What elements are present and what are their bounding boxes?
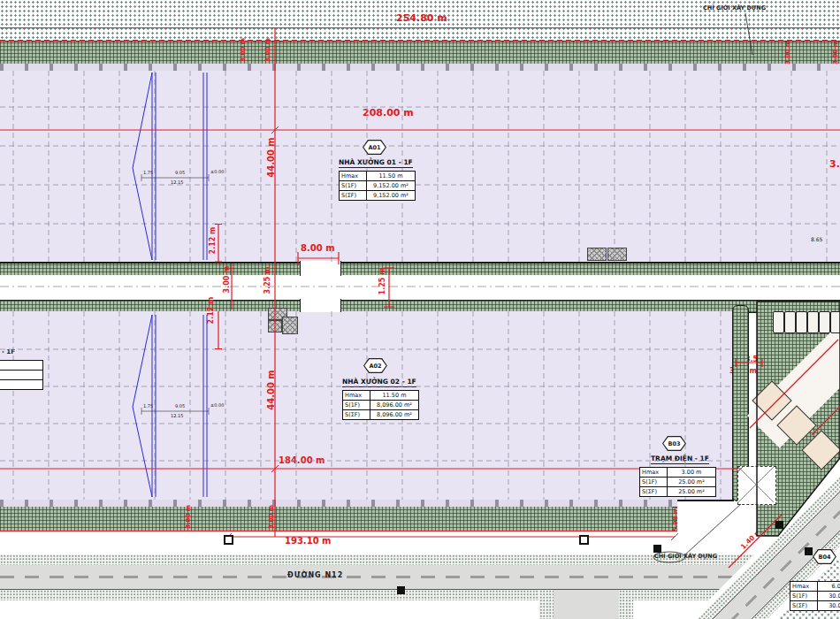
note-9-05: 9.05 — [175, 404, 185, 409]
row-value: 11.50 m — [370, 391, 418, 400]
dim-3-25: 3.25 m — [264, 267, 271, 294]
table-row: S(1F)30.00 m² — [790, 591, 840, 600]
survey-marker — [653, 545, 661, 553]
row-label: S(1F) — [340, 181, 367, 190]
badge-a01: A01 — [363, 140, 386, 155]
table-row: S(1F)9,152.00 m² — [340, 180, 415, 190]
level-8-65: 8.65 — [811, 237, 822, 242]
parking-stall — [807, 311, 819, 333]
badge-b04: B04 — [813, 549, 836, 564]
building-left-partial-table — [0, 360, 43, 390]
badge-b03: B03 — [662, 436, 686, 451]
row-label: Hmax — [340, 172, 367, 180]
survey-marker — [397, 586, 405, 594]
dim-44-00-lower: 44.00 m — [267, 370, 276, 410]
row-value: 11.50 m — [367, 172, 415, 180]
dim-44-00-upper: 44.00 m — [267, 137, 276, 178]
row-value: 9,152.00 m² — [367, 181, 415, 190]
dim-208-00: 208.00 m — [363, 108, 414, 118]
row-value: 3.00 m — [668, 468, 715, 477]
parking-stall — [773, 311, 784, 333]
row-label: S(ΣF) — [340, 191, 367, 200]
dim-strip-bottom-left: 3.00 m — [186, 505, 192, 529]
table-row: S(ΣF)25.00 m² — [640, 486, 715, 496]
loading-dock-block — [587, 248, 607, 261]
dim-strip-top-left: 3.00 m — [241, 38, 247, 62]
building-b03-table: Hmax3.00 m S(1F)25.00 m² S(ΣF)25.00 m² — [639, 467, 716, 497]
survey-marker — [805, 547, 813, 555]
dim-3-00-road: 3.00 m — [224, 266, 231, 294]
side-road-sidewalk-left — [539, 590, 554, 619]
survey-marker-hollow — [224, 535, 233, 545]
table-row — [0, 370, 42, 379]
row-value: 9,152.00 m² — [367, 191, 415, 200]
building-a02-table: Hmax11.50 m S(1F)8,096.00 m² S(ΣF)8,096.… — [342, 390, 419, 420]
green-strip-bottom — [0, 507, 677, 532]
badge-a02: A02 — [363, 358, 387, 373]
row-value: 6.00 m — [818, 582, 840, 591]
table-row: Hmax6.00 m — [790, 582, 840, 591]
road-centerline — [0, 576, 840, 578]
row-label: Hmax — [790, 582, 818, 591]
dim-8-00: 8.00 m — [301, 244, 335, 253]
row-value: 25.00 m² — [668, 478, 715, 486]
row-value: 8,096.00 m² — [370, 410, 418, 419]
road-n12-label: ĐƯỜNG N12 — [287, 572, 343, 579]
b03-station-footprint — [737, 466, 776, 505]
road-crossing-gap-lower — [300, 299, 341, 312]
table-row — [0, 379, 42, 389]
dim-2-12-lower: 2.12 m — [208, 297, 215, 325]
building-a02-title: NHÀ XƯỞNG 02 - 1F — [342, 378, 416, 387]
dim-193-10: 193.10 m — [285, 537, 332, 546]
road-n12-surface — [0, 565, 840, 589]
verge-white-strip — [0, 531, 840, 555]
row-label: Hmax — [640, 468, 668, 477]
table-row: Hmax3.00 m — [640, 468, 715, 477]
red-dash-strip-edge — [0, 40, 840, 42]
row-value: 30.00 m² — [818, 592, 840, 600]
parking-stall — [819, 311, 830, 333]
table-row — [0, 361, 42, 370]
row-value: 30.00 m² — [818, 601, 840, 610]
dim-2-12-upper: 2.12 m — [210, 227, 217, 255]
table-row: S(ΣF)9,152.00 m² — [340, 190, 415, 200]
note-9-05: 9.05 — [175, 171, 185, 175]
table-row: S(1F)25.00 m² — [640, 477, 715, 486]
survey-marker-hollow — [579, 535, 589, 545]
dim-strip-right-1: 3.00 m — [785, 41, 791, 65]
survey-marker — [775, 521, 783, 529]
row-value: 25.00 m² — [668, 487, 715, 496]
table-row: Hmax11.50 m — [343, 391, 418, 400]
dim-strip-top-right: 3.00 m — [265, 38, 271, 62]
building-a01-table: Hmax11.50 m S(1F)9,152.00 m² S(ΣF)9,152.… — [339, 171, 416, 201]
row-label: S(ΣF) — [343, 410, 370, 419]
green-strip-top — [0, 41, 840, 65]
row-label: S(ΣF) — [790, 601, 818, 610]
dim-1-25: 1.25 m — [379, 268, 386, 295]
parking-stall — [784, 311, 796, 333]
row-label: S(1F) — [790, 592, 818, 600]
table-row: S(ΣF)8,096.00 m² — [343, 409, 418, 419]
table-row: S(ΣF)30.00 m² — [790, 600, 840, 610]
parking-stall — [796, 311, 807, 333]
boundary-callout-top: CHỈ GIỚI XÂY DỰNG — [703, 5, 766, 11]
building-a01-title: NHÀ XƯỞNG 01 - 1F — [339, 158, 413, 168]
road-crossing-gap-upper — [300, 261, 341, 276]
dim-strip-right-2: 3.00 m — [833, 41, 839, 65]
table-row: Hmax11.50 m — [340, 172, 415, 180]
note-1-75: 1.75 — [143, 171, 153, 175]
dim-5-98: 5.98 m — [673, 508, 679, 531]
side-road-surface — [554, 590, 619, 619]
internal-road — [0, 275, 840, 300]
row-label: S(1F) — [343, 401, 370, 409]
parking-stall — [830, 311, 840, 333]
row-label: S(ΣF) — [640, 487, 668, 496]
ramp-block — [282, 317, 298, 334]
ramp-block — [268, 320, 282, 332]
dim-184-00: 184.00 m — [279, 456, 325, 465]
row-label: S(1F) — [640, 478, 668, 486]
dim-strip-bottom-right: 3.00 m — [269, 505, 275, 529]
dim-right-clipped: 3. — [829, 159, 840, 169]
building-b03-title: TRẠM ĐIỆN - 1F — [651, 455, 709, 464]
row-value: 8,096.00 m² — [370, 401, 418, 409]
